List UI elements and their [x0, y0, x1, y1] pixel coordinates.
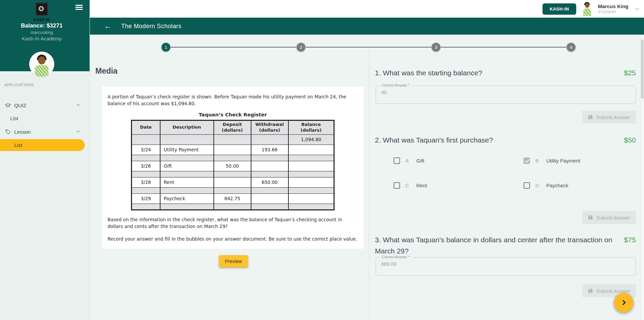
answer-field-label: Correct Answer *: [380, 83, 412, 87]
scrollbar-thumb[interactable]: [641, 39, 644, 99]
question-2-reward: $50: [624, 134, 636, 146]
next-fab-button[interactable]: [614, 293, 633, 313]
sidebar: KA$H-IN Balance: $3271 marcusking Kash-I…: [0, 0, 90, 320]
sidebar-item-label: QUIZ: [14, 102, 26, 108]
preview-button[interactable]: Preview: [219, 255, 248, 267]
option-b[interactable]: B Utility Payment: [524, 157, 580, 164]
safe-logo-icon: [35, 2, 48, 16]
answer-field-label: Correct Answer *: [380, 255, 412, 259]
question-1-title: 1. What was the starting balance?: [375, 67, 482, 78]
media-heading: Media: [95, 67, 117, 76]
checkbox-b-checked[interactable]: [524, 157, 530, 164]
table-header-row: Date Description Deposit (dollars) Withd…: [132, 120, 334, 134]
top-bar: KASH-IN Marcus King STUDENT: [90, 0, 644, 18]
question-1-header: 1. What was the starting balance? $25: [375, 67, 636, 78]
user-avatar[interactable]: [582, 2, 592, 16]
question-3-answer-input[interactable]: [381, 261, 625, 267]
question-2-title: 2. What was Taquan's first purchase?: [375, 134, 493, 146]
table-row: 3/26Gift 50.00: [132, 161, 334, 171]
stepper-line: [171, 47, 296, 48]
save-icon: [588, 288, 593, 294]
question-1-answer-input[interactable]: [381, 89, 625, 95]
table-row: [132, 171, 334, 177]
user-name: Marcus King: [598, 3, 628, 10]
lesson-header-bar: ← The Modern Scholars: [90, 18, 644, 35]
sidebar-item-quiz-list[interactable]: List: [0, 112, 90, 125]
question-3-answer-field[interactable]: Correct Answer *: [376, 257, 636, 276]
checkbox-a[interactable]: [394, 157, 400, 164]
question-1-reward: $25: [624, 67, 636, 78]
graduation-cap-icon: [4, 102, 12, 109]
applications-section-label: APPLICATIONS: [4, 83, 34, 87]
back-arrow-icon[interactable]: ←: [104, 22, 112, 30]
sidebar-item-lesson[interactable]: Lesson: [0, 125, 90, 138]
media-intro-text: A portion of Taquan’s check register is …: [108, 93, 359, 107]
table-row: 3/28Rent 650.00: [132, 177, 334, 187]
chevron-right-icon: [620, 300, 626, 305]
question-1-answer-field[interactable]: Correct Answer *: [376, 86, 636, 104]
kash-in-button[interactable]: KASH-IN: [543, 3, 576, 15]
scrollbar-track[interactable]: [641, 35, 644, 320]
user-block[interactable]: Marcus King STUDENT: [598, 3, 628, 15]
organization-text: Kash-In Academy: [0, 36, 83, 41]
question-3-reward: $75: [375, 234, 636, 245]
media-question-text: Based on the information in the check re…: [108, 216, 359, 230]
col-header-date: Date: [132, 120, 160, 134]
sidebar-subitem-label: List: [14, 142, 22, 148]
save-icon: [588, 215, 593, 220]
username-text: marcusking: [0, 30, 83, 35]
table-row: [132, 187, 334, 193]
option-d[interactable]: D Paycheck: [524, 182, 568, 189]
col-header-deposit: Deposit (dollars): [214, 120, 251, 134]
sidebar-subitem-label: List: [10, 115, 18, 121]
table-row: [132, 204, 334, 210]
stepper-step-4[interactable]: 4: [567, 43, 575, 52]
table-row: 3/29Paycheck 842.75: [132, 193, 334, 204]
chevron-up-icon[interactable]: [77, 131, 80, 134]
chevron-up-icon[interactable]: [77, 104, 80, 108]
stepper-step-3[interactable]: 3: [432, 43, 440, 52]
checkbox-c[interactable]: [394, 182, 400, 189]
chevron-down-icon[interactable]: [635, 6, 639, 10]
check-register-title: Taquan’s Check Register: [108, 112, 358, 117]
table-row: 3/24Utility Payment 193.66: [132, 145, 334, 155]
save-icon: [588, 114, 593, 120]
stepper-step-2[interactable]: 2: [297, 43, 305, 52]
check-register-table: Date Description Deposit (dollars) Withd…: [131, 120, 335, 210]
stepper-line: [306, 47, 431, 48]
tag-icon: [4, 129, 12, 135]
col-header-description: Description: [160, 120, 214, 134]
option-a[interactable]: A Gift: [394, 157, 424, 164]
sidebar-item-lesson-list-selected[interactable]: List: [0, 139, 85, 151]
avatar: [29, 52, 54, 77]
question-2-header: 2. What was Taquan's first purchase? $50: [375, 134, 636, 146]
app-logo: KA$H-IN: [0, 2, 83, 22]
option-c[interactable]: C Rent: [394, 182, 427, 189]
col-header-balance: Balance (dollars): [288, 120, 334, 134]
table-row: 1,094.80: [132, 134, 334, 145]
lesson-title: The Modern Scholars: [121, 23, 182, 30]
user-role: STUDENT: [598, 10, 628, 15]
col-header-withdrawal: Withdrawal (dollars): [251, 120, 288, 134]
sidebar-item-label: Lesson: [14, 129, 31, 135]
logo-caption: KA$H-IN: [0, 18, 83, 22]
balance-text: Balance: $3271: [0, 22, 83, 29]
column-divider: [369, 51, 369, 320]
media-instruction-text: Record your answer and fill in the bubbl…: [108, 236, 359, 242]
media-card: A portion of Taquan’s check register is …: [102, 87, 364, 249]
sidebar-item-quiz[interactable]: QUIZ: [0, 99, 90, 112]
hamburger-menu-icon[interactable]: [75, 5, 83, 10]
stepper-step-1[interactable]: 1: [162, 43, 170, 52]
question-2-submit-button[interactable]: Submit Answer: [582, 211, 636, 224]
table-row: [132, 155, 334, 161]
question-1-submit-button[interactable]: Submit Answer: [582, 111, 636, 124]
stepper-line: [441, 47, 566, 48]
checkbox-d[interactable]: [524, 182, 530, 189]
